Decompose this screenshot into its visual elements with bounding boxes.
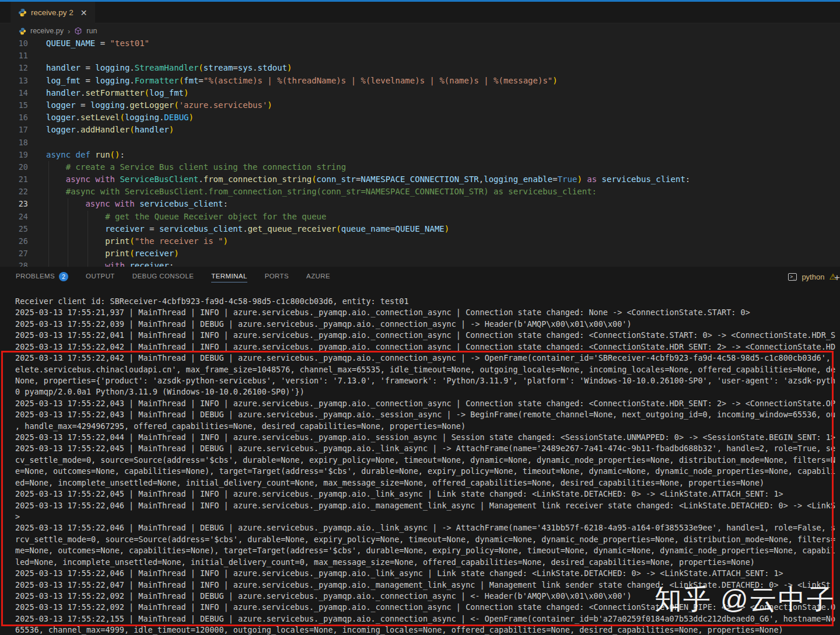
- code-line-17: 17logger.addHandler(handler): [0, 124, 840, 136]
- line-number: 17: [0, 124, 28, 136]
- terminal-line-19: 2025-03-13 17:55:22,046 | MainThread | I…: [15, 500, 840, 511]
- terminal-line-3: 2025-03-13 17:55:22,039 | MainThread | D…: [15, 319, 840, 330]
- line-number: 18: [0, 137, 28, 149]
- python-file-icon: [19, 27, 26, 35]
- code-line-27: 27 print(receiver): [0, 247, 840, 260]
- terminal-line-1: Receiver client id: SBReceiver-4cbfb923-…: [15, 296, 840, 307]
- panel-tab-ports[interactable]: PORTS: [265, 273, 289, 282]
- code-line-13: 13log_fmt = logging.Formatter(fmt="%(asc…: [0, 75, 840, 87]
- tab-receive-py[interactable]: receive.py 2 ✕: [10, 2, 95, 23]
- terminal-line-24: led=None, incomplete_unsettled=None, ini…: [15, 557, 840, 568]
- close-icon[interactable]: ✕: [80, 8, 88, 18]
- code-line-12: 12handler = logging.StreamHandler(stream…: [0, 62, 840, 74]
- terminal-line-20: >: [15, 511, 840, 522]
- terminal-line-5: 2025-03-13 17:55:22,042 | MainThread | I…: [15, 341, 840, 353]
- terminal-line-6: 2025-03-13 17:55:22,042 | MainThread | D…: [15, 353, 840, 364]
- line-number: 16: [0, 111, 28, 124]
- line-number: 13: [0, 75, 28, 87]
- watermark: 知乎 @云中子: [654, 581, 835, 618]
- indent-guide: [48, 161, 49, 267]
- line-number: 12: [0, 62, 28, 74]
- code-line-22: 22 #async with ServiceBusClient.from_con…: [0, 186, 840, 198]
- code-line-19: 19async def run():: [0, 149, 840, 161]
- breadcrumb: receive.py › run: [0, 23, 840, 39]
- symbol-method-icon: [74, 27, 82, 35]
- line-number: 10: [0, 37, 28, 50]
- code-line-16: 16logger.setLevel(logging.DEBUG): [0, 111, 840, 124]
- code-line-23: 23 async with servicebus_client:: [0, 198, 840, 210]
- line-number: 20: [0, 161, 28, 173]
- terminal-line-25: 2025-03-13 17:55:22,046 | MainThread | I…: [15, 568, 840, 579]
- terminal-session-label[interactable]: python: [802, 273, 824, 281]
- breadcrumb-file[interactable]: receive.py: [30, 27, 64, 35]
- breadcrumb-symbol[interactable]: run: [86, 27, 97, 35]
- line-number: 26: [0, 235, 28, 247]
- terminal-line-8: None, properties={'product': 'azsdk-pyth…: [15, 375, 840, 386]
- code-line-28: 28 with receiver:: [0, 260, 840, 267]
- terminal-line-14: 2025-03-13 17:55:22,045 | MainThread | D…: [15, 443, 840, 454]
- code-line-24: 24 # get the Queue Receiver object for t…: [0, 211, 840, 223]
- line-number: 15: [0, 99, 28, 111]
- chevron-right-icon: ›: [68, 27, 70, 36]
- terminal-line-30: 65536, channel_max=4999, idle_timeout=12…: [15, 624, 840, 635]
- terminal-line-13: 2025-03-13 17:55:22,044 | MainThread | I…: [15, 432, 840, 443]
- line-number: 28: [0, 260, 28, 267]
- terminal-line-11: 2025-03-13 17:55:22,043 | MainThread | D…: [15, 409, 840, 420]
- terminal-line-9: 0 pyamqp/2.0.0a1 Python/3.11.9 (Windows-…: [15, 386, 840, 397]
- new-terminal-button[interactable]: +: [834, 272, 840, 284]
- panel-tab-debug-console[interactable]: DEBUG CONSOLE: [132, 273, 194, 282]
- terminal-line-4: 2025-03-13 17:55:22,041 | MainThread | I…: [15, 330, 840, 341]
- terminal-line-15: cv_settle_mode=0, source=Source(address=…: [15, 455, 840, 466]
- line-number: 11: [0, 50, 28, 62]
- terminal-line-23: me=None, outcomes=None, capabilities=Non…: [15, 545, 840, 556]
- terminal-line-16: e=None, outcomes=None, capabilities=None…: [15, 466, 840, 477]
- panel-tab-bar: PROBLEMS2OUTPUTDEBUG CONSOLETERMINALPORT…: [0, 267, 840, 288]
- vscode-window: { "window_tab": { "title": "receive.py 2…: [0, 0, 840, 635]
- code-line-14: 14handler.setFormatter(log_fmt): [0, 87, 840, 99]
- panel-tab-azure[interactable]: AZURE: [306, 273, 330, 282]
- line-number: 22: [0, 186, 28, 198]
- terminal-line-21: 2025-03-13 17:55:22,046 | MainThread | D…: [15, 522, 840, 533]
- line-number: 27: [0, 247, 28, 260]
- line-number: 23: [0, 198, 28, 210]
- code-line-18: 18: [0, 137, 840, 149]
- code-line-20: 20 # create a Service Bus client using t…: [0, 161, 840, 173]
- line-number: 21: [0, 173, 28, 186]
- line-number: 24: [0, 211, 28, 223]
- editor-tab-bar: receive.py 2 ✕: [0, 2, 840, 23]
- code-line-21: 21 async with ServiceBusClient.from_conn…: [0, 173, 840, 186]
- terminal-line-18: 2025-03-13 17:55:22,045 | MainThread | I…: [15, 489, 840, 500]
- tab-title: receive.py 2: [31, 8, 74, 17]
- panel-tab-output[interactable]: OUTPUT: [86, 273, 115, 282]
- panel-tab-problems[interactable]: PROBLEMS2: [16, 272, 68, 283]
- terminal-icon: >_: [788, 273, 797, 281]
- terminal-line-22: rcv_settle_mode=0, source=Source(address…: [15, 534, 840, 545]
- terminal-line-12: , handle_max=4294967295, offered_capabil…: [15, 421, 840, 432]
- code-line-11: 11: [0, 50, 840, 62]
- indent-guide: [88, 211, 88, 267]
- code-line-26: 26 print("the receiver is "): [0, 235, 840, 247]
- terminal-session-controls[interactable]: >_ python ⚠: [788, 272, 836, 281]
- terminal-line-17: ed=None, incomplete_unsettled=None, init…: [15, 477, 840, 489]
- panel-tab-terminal[interactable]: TERMINAL: [211, 273, 247, 282]
- problems-count-badge: 2: [59, 272, 68, 281]
- indent-guide: [68, 198, 68, 267]
- python-file-icon: [18, 8, 27, 17]
- terminal-line-10: 2025-03-13 17:55:22,043 | MainThread | I…: [15, 398, 840, 409]
- code-line-10: 10QUEUE_NAME = "test01": [0, 37, 840, 50]
- terminal-line-2: 2025-03-13 17:55:21,937 | MainThread | I…: [15, 307, 840, 318]
- terminal-line-7: elete.servicebus.chinacloudapi.cn', max_…: [15, 364, 840, 375]
- code-editor[interactable]: 10QUEUE_NAME = "test01"1112handler = log…: [0, 37, 840, 267]
- code-line-15: 15logger = logging.getLogger('azure.serv…: [0, 99, 840, 111]
- line-number: 25: [0, 223, 28, 235]
- line-number: 14: [0, 87, 28, 99]
- line-number: 19: [0, 149, 28, 161]
- code-line-25: 25 receiver = servicebus_client.get_queu…: [0, 223, 840, 235]
